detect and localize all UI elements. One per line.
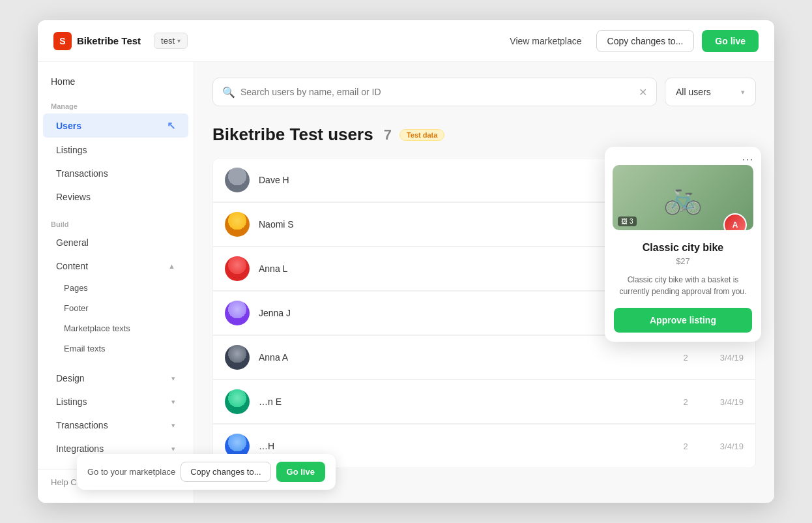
sidebar-item-design[interactable]: Design ▾ <box>43 367 188 389</box>
sidebar-item-home[interactable]: Home <box>38 70 194 93</box>
user-name: Anna A <box>259 352 667 363</box>
env-chevron-icon: ▾ <box>177 37 181 44</box>
integrations-chevron-icon: ▾ <box>171 445 175 453</box>
user-listing-count: 2 <box>676 353 695 363</box>
sidebar-item-email-texts[interactable]: Email texts <box>43 339 188 358</box>
popup-more-button[interactable]: ⋯ <box>742 153 753 165</box>
page-title: Biketribe Test users <box>212 125 373 145</box>
content-chevron-icon: ▲ <box>168 262 175 270</box>
sidebar-item-footer[interactable]: Footer <box>43 299 188 318</box>
main-layout: Home Manage Users ↖ Listings Transaction… <box>38 62 774 503</box>
image-count-badge: 🖼 3 <box>618 217 637 226</box>
top-nav: S Biketribe Test test ▾ View marketplace… <box>38 20 774 62</box>
nav-right: View marketplace Copy changes to... Go l… <box>503 30 759 52</box>
bottom-copy-changes-button[interactable]: Copy changes to... <box>181 462 270 482</box>
listing-title: Classic city bike <box>614 242 752 254</box>
avatar <box>225 345 250 370</box>
view-marketplace-button[interactable]: View marketplace <box>503 32 588 50</box>
content-area: 🔍 ✕ All users ▾ Biketribe Test users 7 T… <box>194 62 774 503</box>
copy-changes-button[interactable]: Copy changes to... <box>596 30 695 52</box>
avatar <box>225 168 250 192</box>
popup-header: ⋯ <box>605 147 761 165</box>
filter-chevron-icon: ▾ <box>741 88 745 97</box>
logo-area: S Biketribe Test test ▾ <box>53 32 503 50</box>
user-name: …H <box>259 441 667 451</box>
approve-listing-button[interactable]: Approve listing <box>614 308 752 333</box>
table-row[interactable]: …n E 2 3/4/19 <box>212 380 756 424</box>
app-name: Biketribe Test <box>77 35 141 46</box>
listing-price: $27 <box>614 256 752 266</box>
popup-body: Classic city bike $27 Classic city bike … <box>605 230 761 342</box>
user-date: 3/4/19 <box>704 441 744 451</box>
user-name: …n E <box>259 396 667 407</box>
design-chevron-icon: ▾ <box>171 374 175 383</box>
user-count: 7 <box>384 127 392 143</box>
user-listing-count: 2 <box>676 441 695 451</box>
user-date: 3/4/19 <box>704 353 744 363</box>
env-badge[interactable]: test ▾ <box>154 33 188 49</box>
search-input[interactable] <box>240 87 633 97</box>
sidebar-item-listings[interactable]: Listings <box>43 139 188 161</box>
sidebar-item-reviews[interactable]: Reviews <box>43 186 188 208</box>
browser-window: S Biketribe Test test ▾ View marketplace… <box>38 20 774 503</box>
transactions-chevron-icon: ▾ <box>171 421 175 430</box>
page-title-row: Biketribe Test users 7 Test data <box>212 125 756 145</box>
cursor-icon: ↖ <box>167 119 175 132</box>
avatar <box>225 256 250 281</box>
test-data-badge: Test data <box>399 129 444 141</box>
env-label: test <box>161 36 175 46</box>
avatar <box>225 212 250 237</box>
bottom-go-live-button[interactable]: Go live <box>276 462 325 482</box>
listing-description: Classic city bike with a basket is curre… <box>614 274 752 297</box>
sidebar-section-build: Build <box>38 217 194 231</box>
user-listing-count: 2 <box>676 397 695 407</box>
sidebar-item-content[interactable]: Content ▲ <box>43 255 188 277</box>
sidebar-item-marketplace-texts[interactable]: Marketplace texts <box>43 319 188 338</box>
listings-chevron-icon: ▾ <box>171 398 175 406</box>
search-clear-icon[interactable]: ✕ <box>639 86 647 98</box>
search-row: 🔍 ✕ All users ▾ <box>212 78 756 106</box>
filter-dropdown[interactable]: All users ▾ <box>665 78 756 106</box>
sidebar-item-transactions-build[interactable]: Transactions ▾ <box>43 414 188 436</box>
sidebar-item-pages[interactable]: Pages <box>43 278 188 297</box>
avatar <box>225 301 250 325</box>
listing-popup-card: ⋯ 🚲 🖼 3 A Classic city bike $27 Classic … <box>605 147 761 342</box>
sidebar-item-listings-build[interactable]: Listings ▾ <box>43 391 188 413</box>
user-date: 3/4/19 <box>704 397 744 407</box>
search-box: 🔍 ✕ <box>212 78 657 106</box>
search-icon: 🔍 <box>222 86 235 98</box>
sidebar-item-transactions[interactable]: Transactions <box>43 162 188 185</box>
logo-icon: S <box>53 32 72 50</box>
sidebar: Home Manage Users ↖ Listings Transaction… <box>38 62 194 503</box>
popup-image: 🚲 🖼 3 A <box>613 165 753 230</box>
sidebar-section-manage: Manage <box>38 98 194 113</box>
bottom-bar: Go to your marketplace Copy changes to..… <box>77 454 336 490</box>
sidebar-item-general[interactable]: General <box>43 232 188 254</box>
go-live-button[interactable]: Go live <box>702 30 759 52</box>
avatar <box>225 389 250 414</box>
sidebar-item-users[interactable]: Users ↖ <box>43 113 188 138</box>
go-to-marketplace-button[interactable]: Go to your marketplace <box>87 467 175 477</box>
table-row[interactable]: Anna A 2 3/4/19 <box>212 335 756 380</box>
